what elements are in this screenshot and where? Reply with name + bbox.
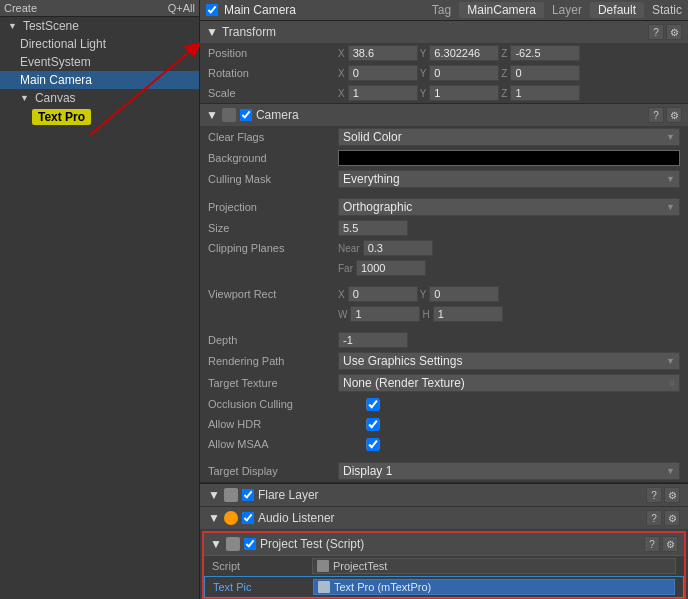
flare-icon bbox=[224, 488, 238, 502]
occlusion-label: Occlusion Culling bbox=[208, 398, 338, 410]
vp-w-input[interactable] bbox=[350, 306, 420, 322]
audio-gear-icon[interactable]: ⚙ bbox=[664, 510, 680, 526]
flare-book-icon[interactable]: ? bbox=[646, 487, 662, 503]
background-color-picker[interactable] bbox=[338, 150, 680, 166]
scene-label: TestScene bbox=[23, 19, 79, 33]
pos-x-input[interactable] bbox=[348, 45, 418, 61]
occlusion-row: Occlusion Culling bbox=[200, 394, 688, 414]
scale-x-input[interactable] bbox=[348, 85, 418, 101]
audio-icon bbox=[224, 511, 238, 525]
sidebar-item-directionallight[interactable]: Directional Light bbox=[0, 35, 199, 53]
culling-mask-value: Everything bbox=[343, 172, 400, 186]
allow-hdr-checkbox[interactable] bbox=[338, 418, 408, 431]
transform-header[interactable]: ▼ Transform ? ⚙ bbox=[200, 21, 688, 43]
create-button[interactable]: Create bbox=[4, 2, 37, 14]
pos-z-input[interactable] bbox=[510, 45, 580, 61]
transform-gear-icon[interactable]: ⚙ bbox=[666, 24, 682, 40]
allow-hdr-row: Allow HDR bbox=[200, 414, 688, 434]
vp-y-label: Y bbox=[420, 289, 427, 300]
search-input[interactable]: Q+All bbox=[168, 2, 195, 14]
culling-mask-row: Culling Mask Everything ▼ bbox=[200, 168, 688, 190]
project-test-book-icon[interactable]: ? bbox=[644, 536, 660, 552]
audio-listener-header[interactable]: ▼ Audio Listener ? ⚙ bbox=[200, 506, 688, 529]
camera-enabled-checkbox[interactable] bbox=[240, 109, 252, 121]
far-label: Far bbox=[338, 263, 353, 274]
camera-gear-icon[interactable]: ⚙ bbox=[666, 107, 682, 123]
flare-gear-icon[interactable]: ⚙ bbox=[664, 487, 680, 503]
audio-enabled-checkbox[interactable] bbox=[242, 512, 254, 524]
project-test-expand-icon: ▼ bbox=[210, 537, 222, 551]
vp-y-input[interactable] bbox=[429, 286, 499, 302]
transform-book-icon[interactable]: ? bbox=[648, 24, 664, 40]
camera-header[interactable]: ▼ Camera ? ⚙ bbox=[200, 104, 688, 126]
clear-flags-select[interactable]: Solid Color ▼ bbox=[338, 128, 680, 146]
directional-light-label: Directional Light bbox=[20, 37, 106, 51]
project-test-enabled-checkbox[interactable] bbox=[244, 538, 256, 550]
project-test-header[interactable]: ▼ Project Test (Script) ? ⚙ bbox=[204, 533, 684, 556]
script-row: Script ProjectTest bbox=[204, 556, 684, 576]
viewport-row: Viewport Rect X Y bbox=[200, 284, 688, 304]
rendering-path-row: Rendering Path Use Graphics Settings ▼ bbox=[200, 350, 688, 372]
projection-select[interactable]: Orthographic ▼ bbox=[338, 198, 680, 216]
target-texture-select[interactable]: None (Render Texture) ○ bbox=[338, 374, 680, 392]
audio-book-icon[interactable]: ? bbox=[646, 510, 662, 526]
tag-value[interactable]: MainCamera bbox=[459, 2, 544, 18]
audio-title: Audio Listener bbox=[258, 511, 335, 525]
allow-hdr-label: Allow HDR bbox=[208, 418, 338, 430]
camera-section: ▼ Camera ? ⚙ Clear Flags Solid Color ▼ bbox=[200, 104, 688, 483]
far-input[interactable] bbox=[356, 260, 426, 276]
sidebar-item-eventsystem[interactable]: EventSystem bbox=[0, 53, 199, 71]
rotation-label: Rotation bbox=[208, 67, 338, 79]
gameobject-active-checkbox[interactable] bbox=[206, 4, 218, 16]
gameobject-name: Main Camera bbox=[224, 3, 296, 17]
text-pic-asset-icon bbox=[318, 581, 330, 593]
canvas-expand-icon: ▼ bbox=[20, 93, 29, 103]
clear-flags-value: Solid Color bbox=[343, 130, 402, 144]
sidebar-item-maincamera[interactable]: Main Camera bbox=[0, 71, 199, 89]
background-row: Background bbox=[200, 148, 688, 168]
textpro-label: Text Pro bbox=[32, 109, 91, 125]
scale-row: Scale X Y Z bbox=[200, 83, 688, 103]
near-input[interactable] bbox=[363, 240, 433, 256]
rot-y-input[interactable] bbox=[429, 65, 499, 81]
depth-input[interactable] bbox=[338, 332, 408, 348]
audio-expand-icon: ▼ bbox=[208, 511, 220, 525]
target-display-value: Display 1 bbox=[343, 464, 392, 478]
target-display-arrow: ▼ bbox=[666, 466, 675, 476]
size-label: Size bbox=[208, 222, 338, 234]
flare-layer-header[interactable]: ▼ Flare Layer ? ⚙ bbox=[200, 483, 688, 506]
depth-label: Depth bbox=[208, 334, 338, 346]
static-label: Static bbox=[652, 3, 682, 17]
target-display-select[interactable]: Display 1 ▼ bbox=[338, 462, 680, 480]
gameobject-header: Main Camera Tag MainCamera Layer Default… bbox=[200, 0, 688, 21]
rot-z-input[interactable] bbox=[510, 65, 580, 81]
rendering-path-select[interactable]: Use Graphics Settings ▼ bbox=[338, 352, 680, 370]
pos-x-label: X bbox=[338, 48, 345, 59]
flare-enabled-checkbox[interactable] bbox=[242, 489, 254, 501]
project-test-title: Project Test (Script) bbox=[260, 537, 364, 551]
target-display-label: Target Display bbox=[208, 465, 338, 477]
project-test-gear-icon[interactable]: ⚙ bbox=[662, 536, 678, 552]
vp-h-input[interactable] bbox=[433, 306, 503, 322]
vp-h-label: H bbox=[422, 309, 429, 320]
scale-z-input[interactable] bbox=[510, 85, 580, 101]
sidebar-item-testscene[interactable]: ▼ TestScene bbox=[0, 17, 199, 35]
depth-row: Depth bbox=[200, 330, 688, 350]
pos-y-input[interactable] bbox=[429, 45, 499, 61]
culling-mask-select[interactable]: Everything ▼ bbox=[338, 170, 680, 188]
sidebar-item-textpro[interactable]: Text Pro bbox=[0, 107, 199, 127]
background-label: Background bbox=[208, 152, 338, 164]
tag-label: Tag bbox=[432, 3, 451, 17]
clear-flags-arrow: ▼ bbox=[666, 132, 675, 142]
size-input[interactable] bbox=[338, 220, 408, 236]
layer-value[interactable]: Default bbox=[590, 2, 644, 18]
allow-msaa-checkbox[interactable] bbox=[338, 438, 408, 451]
rendering-path-value: Use Graphics Settings bbox=[343, 354, 462, 368]
scale-y-input[interactable] bbox=[429, 85, 499, 101]
camera-book-icon[interactable]: ? bbox=[648, 107, 664, 123]
rot-x-input[interactable] bbox=[348, 65, 418, 81]
sidebar-item-canvas[interactable]: ▼ Canvas bbox=[0, 89, 199, 107]
occlusion-checkbox[interactable] bbox=[338, 398, 408, 411]
camera-expand-icon: ▼ bbox=[206, 108, 218, 122]
vp-x-input[interactable] bbox=[348, 286, 418, 302]
